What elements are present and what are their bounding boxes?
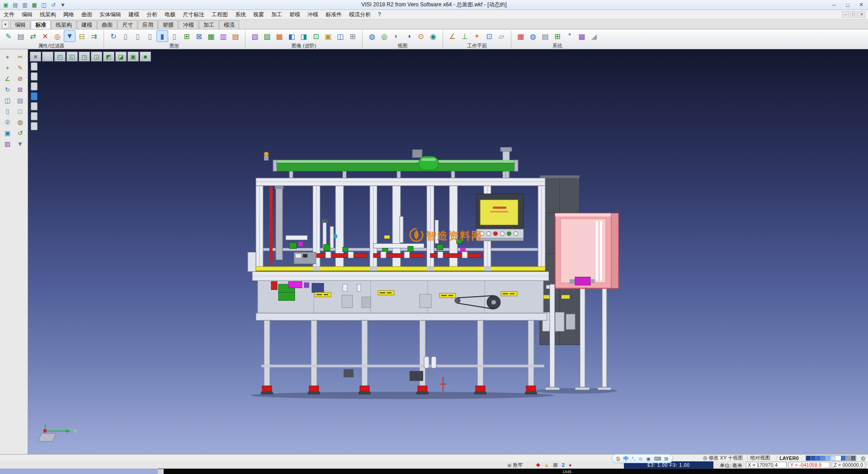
toolbar-icon[interactable]: ◫ — [335, 30, 346, 42]
sogou-logo[interactable]: S — [616, 455, 620, 462]
lock-toggle[interactable]: ▣ 拴牢 — [507, 462, 523, 469]
toolbar-tab[interactable]: 应用 — [138, 20, 158, 29]
titlebar-icon[interactable]: ▼ — [59, 1, 67, 9]
toolbar-icon[interactable]: ◉ — [427, 30, 439, 42]
toolbar-icon[interactable]: ⊡ — [310, 30, 322, 42]
menu-item[interactable]: 工程图 — [208, 10, 231, 19]
view-orientation-button[interactable]: ◱ — [66, 52, 78, 62]
left-tool-icon[interactable]: ✎ — [14, 63, 26, 73]
menu-item[interactable]: 线架构 — [36, 10, 60, 19]
mdi-control-button[interactable]: — — [842, 11, 849, 18]
toolbar-icon[interactable]: + — [471, 30, 483, 42]
toolbar-tab[interactable]: 编辑 — [10, 20, 30, 29]
view-orientation-button[interactable]: ◪ — [115, 52, 127, 62]
menu-item[interactable]: 系统 — [231, 10, 250, 19]
menu-item[interactable]: ? — [374, 10, 385, 19]
mdi-control-button[interactable]: ✕ — [858, 11, 865, 18]
close-button[interactable]: ✕ — [854, 0, 868, 9]
viewport-canvas[interactable]: 智造资料网 Y — [28, 49, 868, 454]
toolbar-icon[interactable]: ▩ — [274, 30, 285, 42]
toolbar-icon[interactable]: ◎ — [378, 30, 390, 42]
color-swatch[interactable] — [841, 456, 846, 460]
absolute-view-label[interactable]: 绝对视图 — [747, 455, 772, 461]
left-tool-icon[interactable]: ▣ — [2, 128, 14, 138]
titlebar-icon[interactable]: ◫ — [40, 1, 48, 9]
tray-icon[interactable]: ● — [569, 462, 572, 468]
globe-status-icon[interactable]: ◍ — [861, 455, 865, 461]
view-orientation-button[interactable]: ◳ — [79, 52, 90, 62]
active-layer-label[interactable]: LAYER0 — [777, 455, 801, 461]
toolbar-tab[interactable]: 建模 — [77, 20, 97, 29]
mini-toolbar-button[interactable] — [31, 72, 38, 81]
view-orientation-button[interactable]: ◩ — [103, 52, 114, 62]
color-swatch[interactable] — [806, 456, 811, 460]
toolbar-icon[interactable]: ◍ — [527, 30, 539, 42]
titlebar-icon[interactable]: ▤ — [11, 1, 19, 9]
titlebar-icon[interactable]: ↺ — [49, 1, 57, 9]
toolbar-icon[interactable]: ▱ — [495, 30, 507, 42]
toolbar-icon[interactable]: ▦ — [515, 30, 527, 42]
left-tool-icon[interactable]: ◍ — [14, 117, 26, 127]
mini-toolbar-button[interactable] — [31, 112, 38, 120]
view-orientation-button[interactable]: □ — [42, 52, 53, 62]
view-mode-indicator[interactable]: ◎ 修改 XY 十视图 — [703, 455, 743, 461]
toolbar-tab[interactable]: 线架构 — [51, 20, 76, 29]
toolbar-icon[interactable]: ✎ — [3, 30, 14, 42]
menu-item[interactable]: 加工 — [268, 10, 286, 19]
toolbar-tab[interactable]: 尺寸 — [118, 20, 137, 29]
left-tool-icon[interactable]: ✂ — [14, 52, 26, 62]
menu-item[interactable]: 文件 — [0, 10, 18, 19]
toolbar-icon[interactable]: ↻ — [108, 30, 119, 42]
titlebar-icon[interactable]: ▦ — [30, 1, 38, 9]
toolbar-icon[interactable]: ▨ — [261, 30, 273, 42]
menu-item[interactable]: 分析 — [143, 10, 161, 19]
toolbar-icon[interactable]: ▧ — [249, 30, 261, 42]
left-tool-icon[interactable]: ↻ — [2, 85, 14, 95]
left-tool-icon[interactable]: ◫ — [2, 95, 14, 105]
layer-color-swatches[interactable] — [806, 455, 856, 461]
left-tool-icon[interactable]: ② — [2, 117, 14, 127]
toolbar-icon[interactable]: ▤ — [230, 30, 241, 42]
toolbar-icon[interactable]: ◎ — [52, 30, 63, 42]
tray-icon[interactable]: ▦ — [553, 462, 557, 468]
toolbar-icon[interactable]: ◨ — [298, 30, 310, 42]
toolbar-icon[interactable]: ◢ — [588, 30, 600, 42]
toolbar-icon[interactable]: ◧ — [286, 30, 297, 42]
toolbar-tab[interactable]: 模流 — [219, 20, 239, 29]
mini-toolbar-button[interactable] — [31, 102, 38, 110]
tabbar-dropdown-button[interactable]: ▼ — [2, 20, 9, 28]
ime-icon[interactable]: ☺ — [638, 456, 643, 462]
mini-toolbar-button[interactable] — [31, 122, 38, 130]
toolbar-tab[interactable]: 冲模 — [179, 20, 198, 29]
toolbar-icon[interactable]: ▣ — [322, 30, 334, 42]
toolbar-icon[interactable]: * — [564, 30, 576, 42]
toolbar-tab[interactable]: 标准 — [31, 20, 51, 29]
menu-item[interactable]: 模流分析 — [345, 10, 374, 19]
menu-item[interactable]: 建模 — [125, 10, 143, 19]
toolbar-icon[interactable]: ◑ — [403, 30, 415, 42]
tray-icon[interactable]: ◆ — [536, 462, 540, 468]
toolbar-icon[interactable]: ▯ — [120, 30, 132, 42]
toolbar-icon[interactable]: ▩ — [576, 30, 588, 42]
minimize-button[interactable]: ─ — [827, 0, 841, 9]
toolbar-icon[interactable]: ▤ — [539, 30, 551, 42]
toolbar-icon[interactable]: ⊞ — [347, 30, 359, 42]
ime-punct-indicator[interactable]: °, — [632, 456, 635, 461]
left-tool-icon[interactable]: ∠ — [2, 74, 14, 84]
toolbar-icon[interactable]: ⇉ — [88, 30, 100, 42]
view-orientation-button[interactable]: ≡ — [30, 52, 41, 62]
ime-icon[interactable]: ◉ — [646, 456, 651, 462]
view-orientation-button[interactable]: ▣ — [127, 52, 139, 62]
left-tool-icon[interactable]: ⊠ — [14, 85, 26, 95]
left-tool-icon[interactable]: ▯ — [2, 106, 14, 116]
toolbar-icon[interactable]: ⊟ — [76, 30, 88, 42]
menu-item[interactable]: 实体编辑 — [96, 10, 125, 19]
titlebar-icon[interactable]: ▣ — [2, 1, 10, 9]
left-tool-icon[interactable]: ▤ — [14, 95, 26, 105]
menu-item[interactable]: 电极 — [161, 10, 179, 19]
menu-item[interactable]: 曲面 — [78, 10, 96, 19]
ime-lang-indicator[interactable]: 中 — [623, 455, 629, 463]
menu-item[interactable]: 标准件 — [322, 10, 345, 19]
menu-item[interactable]: 编辑 — [18, 10, 36, 19]
menu-item[interactable]: 网格 — [60, 10, 78, 19]
